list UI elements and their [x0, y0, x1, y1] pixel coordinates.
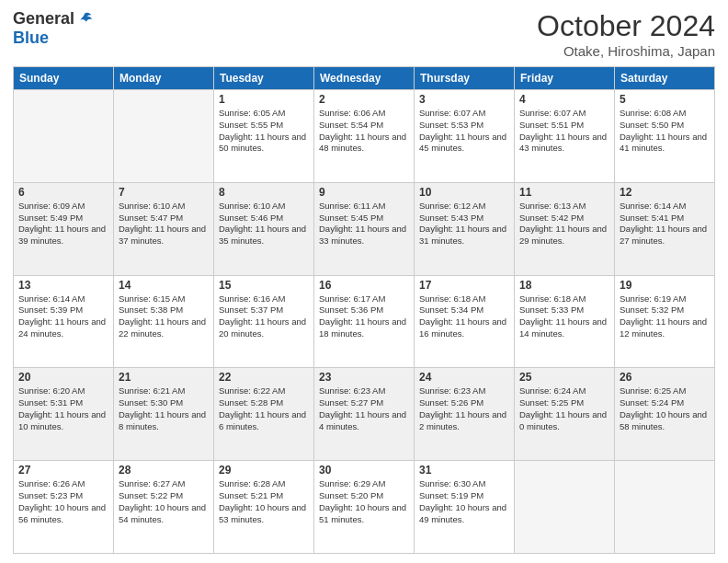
- table-row: 27Sunrise: 6:26 AM Sunset: 5:23 PM Dayli…: [14, 461, 114, 554]
- table-row: 21Sunrise: 6:21 AM Sunset: 5:30 PM Dayli…: [114, 368, 214, 461]
- table-row: 1Sunrise: 6:05 AM Sunset: 5:55 PM Daylig…: [214, 90, 314, 183]
- day-number: 29: [219, 464, 309, 477]
- day-info: Sunrise: 6:10 AM Sunset: 5:47 PM Dayligh…: [119, 201, 209, 247]
- table-row: 23Sunrise: 6:23 AM Sunset: 5:27 PM Dayli…: [314, 368, 415, 461]
- table-row: 19Sunrise: 6:19 AM Sunset: 5:32 PM Dayli…: [615, 275, 715, 368]
- day-info: Sunrise: 6:07 AM Sunset: 5:53 PM Dayligh…: [419, 108, 509, 155]
- table-row: [14, 90, 114, 183]
- table-row: 8Sunrise: 6:10 AM Sunset: 5:46 PM Daylig…: [214, 182, 314, 275]
- day-info: Sunrise: 6:13 AM Sunset: 5:42 PM Dayligh…: [519, 201, 609, 247]
- calendar-week-row: 1Sunrise: 6:05 AM Sunset: 5:55 PM Daylig…: [14, 90, 715, 183]
- table-row: 26Sunrise: 6:25 AM Sunset: 5:24 PM Dayli…: [615, 368, 715, 461]
- col-friday: Friday: [515, 67, 615, 90]
- day-info: Sunrise: 6:14 AM Sunset: 5:41 PM Dayligh…: [620, 201, 710, 247]
- day-info: Sunrise: 6:07 AM Sunset: 5:51 PM Dayligh…: [519, 108, 609, 155]
- day-number: 31: [419, 464, 509, 477]
- day-number: 9: [319, 186, 409, 199]
- calendar-header-row: Sunday Monday Tuesday Wednesday Thursday…: [14, 67, 715, 90]
- day-number: 18: [519, 279, 609, 292]
- table-row: [615, 461, 715, 554]
- day-number: 5: [620, 93, 710, 106]
- day-number: 17: [419, 279, 509, 292]
- day-info: Sunrise: 6:06 AM Sunset: 5:54 PM Dayligh…: [319, 108, 409, 155]
- day-info: Sunrise: 6:12 AM Sunset: 5:43 PM Dayligh…: [419, 201, 509, 247]
- table-row: 7Sunrise: 6:10 AM Sunset: 5:47 PM Daylig…: [114, 182, 214, 275]
- day-number: 14: [119, 279, 209, 292]
- day-number: 19: [620, 279, 710, 292]
- day-info: Sunrise: 6:26 AM Sunset: 5:23 PM Dayligh…: [18, 478, 108, 525]
- table-row: [114, 90, 214, 183]
- day-info: Sunrise: 6:16 AM Sunset: 5:37 PM Dayligh…: [219, 293, 309, 340]
- day-number: 3: [419, 93, 509, 106]
- logo-bird-icon: [76, 11, 93, 28]
- page: General Blue October 2024 Otake, Hiroshi…: [0, 0, 728, 563]
- day-info: Sunrise: 6:19 AM Sunset: 5:32 PM Dayligh…: [620, 293, 710, 340]
- day-number: 22: [219, 371, 309, 384]
- day-info: Sunrise: 6:23 AM Sunset: 5:26 PM Dayligh…: [419, 385, 509, 432]
- day-info: Sunrise: 6:11 AM Sunset: 5:45 PM Dayligh…: [319, 201, 409, 247]
- table-row: 17Sunrise: 6:18 AM Sunset: 5:34 PM Dayli…: [415, 275, 515, 368]
- logo: General Blue: [13, 9, 93, 48]
- day-number: 1: [219, 93, 309, 106]
- day-number: 13: [18, 279, 108, 292]
- day-info: Sunrise: 6:14 AM Sunset: 5:39 PM Dayligh…: [18, 293, 108, 340]
- day-info: Sunrise: 6:25 AM Sunset: 5:24 PM Dayligh…: [620, 385, 710, 432]
- day-info: Sunrise: 6:23 AM Sunset: 5:27 PM Dayligh…: [319, 385, 409, 432]
- day-number: 11: [519, 186, 609, 199]
- col-sunday: Sunday: [14, 67, 114, 90]
- table-row: 24Sunrise: 6:23 AM Sunset: 5:26 PM Dayli…: [415, 368, 515, 461]
- day-number: 25: [519, 371, 609, 384]
- day-info: Sunrise: 6:18 AM Sunset: 5:34 PM Dayligh…: [419, 293, 509, 340]
- table-row: 11Sunrise: 6:13 AM Sunset: 5:42 PM Dayli…: [515, 182, 615, 275]
- day-number: 8: [219, 186, 309, 199]
- day-number: 6: [18, 186, 108, 199]
- day-info: Sunrise: 6:29 AM Sunset: 5:20 PM Dayligh…: [319, 478, 409, 525]
- table-row: 5Sunrise: 6:08 AM Sunset: 5:50 PM Daylig…: [615, 90, 715, 183]
- location-title: Otake, Hiroshima, Japan: [537, 43, 715, 59]
- day-info: Sunrise: 6:05 AM Sunset: 5:55 PM Dayligh…: [219, 108, 309, 155]
- table-row: 4Sunrise: 6:07 AM Sunset: 5:51 PM Daylig…: [515, 90, 615, 183]
- day-number: 30: [319, 464, 409, 477]
- col-saturday: Saturday: [615, 67, 715, 90]
- title-section: October 2024 Otake, Hiroshima, Japan: [537, 9, 715, 59]
- table-row: 9Sunrise: 6:11 AM Sunset: 5:45 PM Daylig…: [314, 182, 415, 275]
- calendar-table: Sunday Monday Tuesday Wednesday Thursday…: [13, 66, 715, 554]
- day-number: 10: [419, 186, 509, 199]
- day-info: Sunrise: 6:17 AM Sunset: 5:36 PM Dayligh…: [319, 293, 409, 340]
- day-info: Sunrise: 6:24 AM Sunset: 5:25 PM Dayligh…: [519, 385, 609, 432]
- day-number: 20: [18, 371, 108, 384]
- day-info: Sunrise: 6:28 AM Sunset: 5:21 PM Dayligh…: [219, 478, 309, 525]
- day-number: 24: [419, 371, 509, 384]
- col-thursday: Thursday: [415, 67, 515, 90]
- day-number: 28: [119, 464, 209, 477]
- table-row: 10Sunrise: 6:12 AM Sunset: 5:43 PM Dayli…: [415, 182, 515, 275]
- day-number: 12: [620, 186, 710, 199]
- header: General Blue October 2024 Otake, Hiroshi…: [13, 9, 715, 59]
- calendar-week-row: 27Sunrise: 6:26 AM Sunset: 5:23 PM Dayli…: [14, 461, 715, 554]
- logo-blue-text: Blue: [13, 29, 49, 48]
- day-info: Sunrise: 6:15 AM Sunset: 5:38 PM Dayligh…: [119, 293, 209, 340]
- table-row: 3Sunrise: 6:07 AM Sunset: 5:53 PM Daylig…: [415, 90, 515, 183]
- day-info: Sunrise: 6:27 AM Sunset: 5:22 PM Dayligh…: [119, 478, 209, 525]
- table-row: 15Sunrise: 6:16 AM Sunset: 5:37 PM Dayli…: [214, 275, 314, 368]
- table-row: [515, 461, 615, 554]
- day-info: Sunrise: 6:09 AM Sunset: 5:49 PM Dayligh…: [18, 201, 108, 247]
- day-info: Sunrise: 6:20 AM Sunset: 5:31 PM Dayligh…: [18, 385, 108, 432]
- day-info: Sunrise: 6:22 AM Sunset: 5:28 PM Dayligh…: [219, 385, 309, 432]
- day-number: 4: [519, 93, 609, 106]
- day-number: 16: [319, 279, 409, 292]
- day-info: Sunrise: 6:08 AM Sunset: 5:50 PM Dayligh…: [620, 108, 710, 155]
- calendar-week-row: 20Sunrise: 6:20 AM Sunset: 5:31 PM Dayli…: [14, 368, 715, 461]
- day-number: 2: [319, 93, 409, 106]
- table-row: 12Sunrise: 6:14 AM Sunset: 5:41 PM Dayli…: [615, 182, 715, 275]
- month-title: October 2024: [537, 9, 715, 43]
- day-info: Sunrise: 6:30 AM Sunset: 5:19 PM Dayligh…: [419, 478, 509, 525]
- col-wednesday: Wednesday: [314, 67, 415, 90]
- day-info: Sunrise: 6:10 AM Sunset: 5:46 PM Dayligh…: [219, 201, 309, 247]
- table-row: 20Sunrise: 6:20 AM Sunset: 5:31 PM Dayli…: [14, 368, 114, 461]
- day-number: 23: [319, 371, 409, 384]
- table-row: 2Sunrise: 6:06 AM Sunset: 5:54 PM Daylig…: [314, 90, 415, 183]
- table-row: 14Sunrise: 6:15 AM Sunset: 5:38 PM Dayli…: [114, 275, 214, 368]
- table-row: 25Sunrise: 6:24 AM Sunset: 5:25 PM Dayli…: [515, 368, 615, 461]
- col-monday: Monday: [114, 67, 214, 90]
